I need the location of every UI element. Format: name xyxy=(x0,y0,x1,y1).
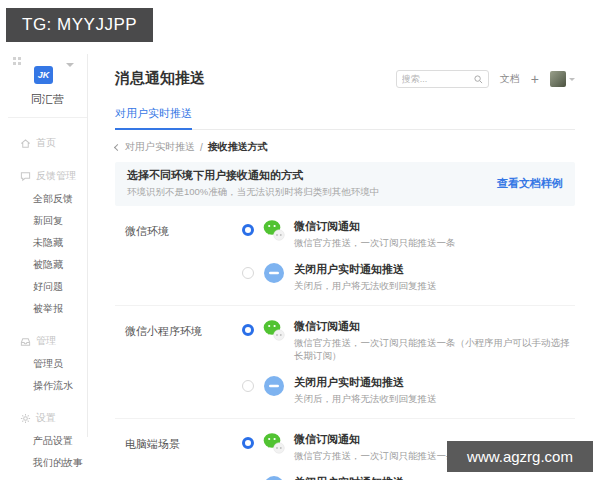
telegram-watermark-banner: TG: MYYJJPP xyxy=(6,8,153,42)
sidebar-section-feedback[interactable]: 反馈管理 xyxy=(8,164,87,188)
sidebar-item-label: 首页 xyxy=(36,136,56,150)
sidebar-item-hidden[interactable]: 被隐藏 xyxy=(8,254,87,276)
option-description: 关闭后，用户将无法收到回复推送 xyxy=(294,393,437,406)
sidebar-section-settings[interactable]: 设置 xyxy=(8,406,87,430)
option-description: 关闭后，用户将无法收到回复推送 xyxy=(294,280,437,293)
sidebar-nav: 首页 反馈管理 全部反馈 新回复 未隐藏 被隐藏 好问题 被举报 管理 管理员 … xyxy=(8,118,87,474)
disable-push-icon xyxy=(263,475,285,480)
breadcrumb-separator: / xyxy=(200,142,203,153)
option-disable-push[interactable]: 关闭用户实时通知推送 关闭后，用户将无法收到回复推送 xyxy=(242,375,575,406)
radio-selected[interactable] xyxy=(242,324,254,336)
search-input[interactable] xyxy=(402,74,471,84)
sidebar-item-operation-log[interactable]: 操作流水 xyxy=(8,375,87,397)
option-description: 微信官方推送，一次订阅只能推送一条 xyxy=(294,450,456,463)
search-icon xyxy=(474,75,483,84)
apps-grid-icon[interactable] xyxy=(13,57,21,65)
gear-icon xyxy=(20,413,31,424)
product-name: 同汇营 xyxy=(8,92,87,107)
sidebar-section-manage[interactable]: 管理 xyxy=(8,329,87,353)
option-title: 微信订阅通知 xyxy=(294,432,456,447)
notice-description: 环境识别不是100%准确，当无法识别时将归类到其他环境中 xyxy=(127,186,379,199)
sidebar-header: JK 同汇营 xyxy=(8,54,87,118)
sidebar-item-new-replies[interactable]: 新回复 xyxy=(8,210,87,232)
wechat-icon xyxy=(263,319,285,341)
website-watermark-banner: www.agzrg.com xyxy=(447,441,593,472)
chat-bubble-icon xyxy=(20,171,31,182)
home-icon xyxy=(20,138,31,149)
disable-push-icon xyxy=(263,262,285,284)
breadcrumb-current: 接收推送方式 xyxy=(208,140,268,154)
radio-selected[interactable] xyxy=(242,224,254,236)
tab-bar: 对用户实时推送 xyxy=(115,103,575,130)
radio-selected[interactable] xyxy=(242,437,254,449)
sidebar-section-label: 反馈管理 xyxy=(36,169,76,183)
docs-link[interactable]: 文档 xyxy=(500,72,520,86)
sidebar-item-not-hidden[interactable]: 未隐藏 xyxy=(8,232,87,254)
option-wechat-subscribe[interactable]: 微信订阅通知 微信官方推送，一次订阅只能推送一条 xyxy=(242,219,456,250)
env-row-miniprogram: 微信小程序环境 微信订阅通知 微信官方推送，一次订阅只能推送一条（小程序用户可以… xyxy=(115,306,575,419)
radio-unselected[interactable] xyxy=(242,380,254,392)
option-title: 关闭用户实时通知推送 xyxy=(294,375,437,390)
sidebar-item-good-questions[interactable]: 好问题 xyxy=(8,276,87,298)
radio-unselected[interactable] xyxy=(242,267,254,279)
env-label: 电脑端场景 xyxy=(125,432,242,480)
avatar[interactable] xyxy=(550,71,566,87)
admin-app-window: JK 同汇营 首页 反馈管理 全部反馈 新回复 未隐藏 被隐藏 好问题 被举报 … xyxy=(8,54,592,437)
back-chevron-icon[interactable] xyxy=(114,143,121,150)
top-header-actions: 文档 + xyxy=(396,70,575,88)
inbox-icon xyxy=(20,336,31,347)
sidebar-item-reported[interactable]: 被举报 xyxy=(8,298,87,320)
chevron-down-icon xyxy=(569,78,575,81)
option-disable-push[interactable]: 关闭用户实时通知推送 关闭后，用户将无法收到回复推送 xyxy=(242,475,456,480)
user-menu[interactable] xyxy=(550,71,575,87)
sidebar-item-product-settings[interactable]: 产品设置 xyxy=(8,430,87,452)
plus-button[interactable]: + xyxy=(531,72,539,86)
breadcrumb-back[interactable]: 对用户实时推送 xyxy=(125,140,195,154)
product-logo[interactable]: JK xyxy=(34,66,53,84)
search-box[interactable] xyxy=(396,70,489,88)
disable-push-icon xyxy=(263,375,285,397)
wechat-icon xyxy=(263,432,285,454)
view-doc-sample-link[interactable]: 查看文档样例 xyxy=(497,176,563,191)
tab-realtime-push[interactable]: 对用户实时推送 xyxy=(115,106,192,130)
notice-bar: 选择不同环境下用户接收通知的方式 环境识别不是100%准确，当无法识别时将归类到… xyxy=(115,162,575,206)
option-description: 微信官方推送，一次订阅只能推送一条（小程序用户可以手动选择长期订阅） xyxy=(294,337,575,363)
sidebar-item-admins[interactable]: 管理员 xyxy=(8,353,87,375)
breadcrumb: 对用户实时推送 / 接收推送方式 xyxy=(115,140,575,154)
main-content: 文档 + 消息通知推送 对用户实时推送 对用户实时推送 / 接收推送方式 选择不… xyxy=(88,54,592,437)
sidebar-section-label: 管理 xyxy=(36,334,56,348)
notice-title: 选择不同环境下用户接收通知的方式 xyxy=(127,168,379,183)
env-label: 微信小程序环境 xyxy=(125,319,242,406)
option-description: 微信官方推送，一次订阅只能推送一条 xyxy=(294,237,456,250)
sidebar-section-label: 设置 xyxy=(36,411,56,425)
sidebar: JK 同汇营 首页 反馈管理 全部反馈 新回复 未隐藏 被隐藏 好问题 被举报 … xyxy=(8,54,88,437)
option-wechat-subscribe[interactable]: 微信订阅通知 微信官方推送，一次订阅只能推送一条（小程序用户可以手动选择长期订阅… xyxy=(242,319,575,363)
sidebar-item-home[interactable]: 首页 xyxy=(8,131,87,155)
option-title: 关闭用户实时通知推送 xyxy=(294,262,437,277)
option-title: 关闭用户实时通知推送 xyxy=(294,475,437,480)
sidebar-item-all-feedback[interactable]: 全部反馈 xyxy=(8,188,87,210)
env-row-wechat: 微信环境 微信订阅通知 微信官方推送，一次订阅只能推送一条 xyxy=(115,206,575,306)
wechat-icon xyxy=(263,219,285,241)
env-label: 微信环境 xyxy=(125,219,242,293)
option-disable-push[interactable]: 关闭用户实时通知推送 关闭后，用户将无法收到回复推送 xyxy=(242,262,456,293)
chevron-down-icon[interactable] xyxy=(66,63,74,67)
sidebar-item-our-story[interactable]: 我们的故事 xyxy=(8,452,87,474)
option-title: 微信订阅通知 xyxy=(294,219,456,234)
option-title: 微信订阅通知 xyxy=(294,319,575,334)
notice-text: 选择不同环境下用户接收通知的方式 环境识别不是100%准确，当无法识别时将归类到… xyxy=(127,168,379,199)
option-wechat-subscribe[interactable]: 微信订阅通知 微信官方推送，一次订阅只能推送一条 xyxy=(242,432,456,463)
